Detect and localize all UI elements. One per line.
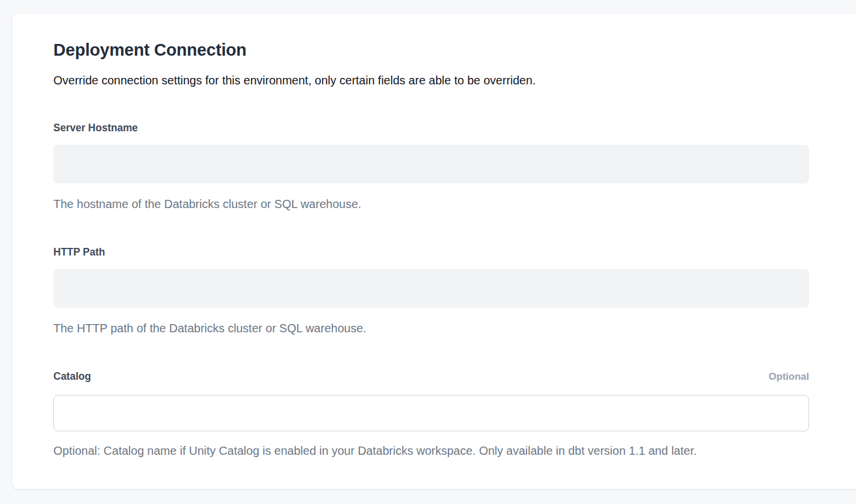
http-path-input — [53, 269, 809, 308]
http-path-label: HTTP Path — [53, 246, 105, 258]
server-hostname-input — [53, 145, 809, 183]
http-path-field-group: HTTP Path The HTTP path of the Databrick… — [53, 246, 809, 336]
catalog-optional-badge: Optional — [769, 370, 809, 383]
page-subtitle: Override connection settings for this en… — [53, 73, 809, 88]
page-title: Deployment Connection — [53, 40, 809, 60]
server-hostname-label: Server Hostname — [53, 121, 138, 134]
http-path-helper-text: The HTTP path of the Databricks cluster … — [53, 321, 809, 336]
catalog-label: Catalog — [53, 370, 91, 383]
server-hostname-helper-text: The hostname of the Databricks cluster o… — [53, 196, 809, 212]
catalog-input[interactable] — [53, 395, 809, 431]
server-hostname-field-group: Server Hostname The hostname of the Data… — [53, 121, 809, 212]
catalog-helper-text: Optional: Catalog name if Unity Catalog … — [53, 443, 809, 458]
catalog-field-group: Catalog Optional Optional: Catalog name … — [53, 370, 809, 458]
deployment-connection-card: Deployment Connection Override connectio… — [12, 13, 856, 489]
